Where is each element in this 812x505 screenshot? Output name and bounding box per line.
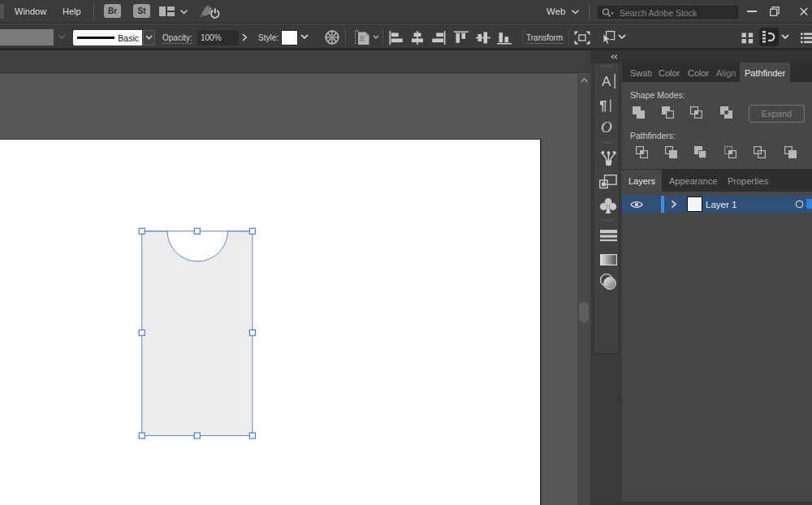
svg-text:¶: ¶ bbox=[600, 99, 607, 112]
svg-text:A: A bbox=[602, 74, 611, 88]
svg-text:O: O bbox=[601, 119, 612, 134]
